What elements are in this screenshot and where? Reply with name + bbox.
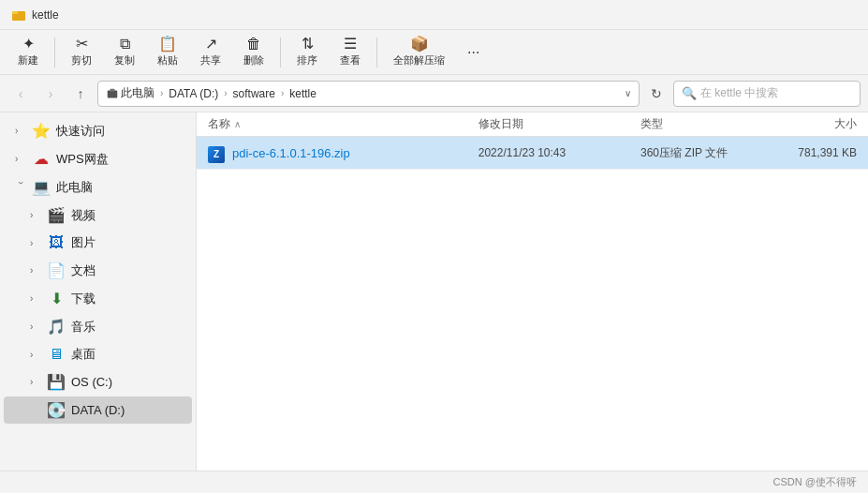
toolbar-sep-3 (376, 37, 377, 67)
sidebar-item-music[interactable]: › 🎵 音乐 (4, 313, 192, 340)
file-date-cell: 2022/11/23 10:43 (478, 146, 640, 159)
new-icon: ✦ (22, 37, 35, 52)
extract-button[interactable]: 📦 全部解压缩 (383, 34, 455, 71)
sidebar-item-desktop[interactable]: › 🖥 桌面 (4, 341, 192, 367)
delete-button[interactable]: 🗑 删除 (233, 34, 274, 71)
desktop-icon: 🖥 (47, 346, 66, 363)
paste-icon: 📋 (158, 37, 177, 52)
address-bar[interactable]: 此电脑 › DATA (D:) › software › kettle ∨ (97, 81, 640, 107)
copy-button[interactable]: ⧉ 复制 (104, 34, 145, 71)
breadcrumb-kettle[interactable]: kettle (289, 87, 316, 100)
header-date[interactable]: 修改日期 (478, 116, 640, 132)
paste-label: 粘贴 (157, 53, 178, 67)
sidebar-item-data-d[interactable]: › 💽 DATA (D:) (4, 396, 192, 424)
sidebar-item-video[interactable]: › 🎬 视频 (4, 202, 192, 229)
breadcrumb-drive[interactable]: DATA (D:) (169, 87, 218, 100)
delete-label: 删除 (243, 53, 264, 67)
sidebar-item-quick-access[interactable]: › ⭐ 快速访问 (4, 117, 192, 144)
title-bar-text: kettle (32, 8, 59, 22)
os-c-icon: 💾 (47, 373, 66, 391)
back-button[interactable]: ‹ (7, 81, 34, 107)
address-bar-chevron: ∨ (625, 88, 631, 98)
breadcrumb-arrow-1: › (160, 88, 163, 98)
sort-label: 排序 (297, 53, 317, 67)
header-name[interactable]: 名称 ∧ (208, 116, 478, 132)
breadcrumb-arrow-2: › (224, 88, 227, 98)
file-size: 781,391 KB (798, 146, 857, 159)
view-button[interactable]: ☰ 查看 (330, 34, 371, 71)
documents-icon: 📄 (47, 261, 66, 279)
sort-button[interactable]: ⇅ 排序 (287, 34, 328, 71)
music-icon: 🎵 (47, 318, 66, 336)
file-date: 2022/11/23 10:43 (478, 146, 566, 159)
paste-button[interactable]: 📋 粘贴 (147, 34, 188, 71)
forward-button[interactable]: › (37, 81, 64, 107)
downloads-arrow: › (30, 293, 41, 304)
breadcrumb-software[interactable]: software (233, 87, 275, 100)
header-type-label: 类型 (640, 117, 663, 130)
desktop-label: 桌面 (71, 346, 181, 363)
os-c-label: OS (C:) (71, 375, 181, 389)
svg-rect-1 (12, 11, 18, 14)
view-icon: ☰ (344, 37, 357, 52)
toolbar-sep-1 (54, 37, 55, 67)
file-type: 360压缩 ZIP 文件 (640, 146, 728, 159)
sidebar-item-wps-cloud[interactable]: › ☁ WPS网盘 (4, 145, 192, 172)
file-zip-icon: Z (208, 142, 225, 163)
video-label: 视频 (71, 207, 181, 224)
table-row[interactable]: Z pdi-ce-6.1.0.1-196.zip 2022/11/23 10:4… (197, 137, 868, 170)
wps-cloud-label: WPS网盘 (56, 151, 181, 168)
title-bar: kettle (0, 0, 868, 30)
breadcrumb-drive-label: DATA (D:) (169, 87, 218, 100)
sidebar: › ⭐ 快速访问 › ☁ WPS网盘 › 💻 此电脑 › 🎬 视频 › 🖼 图片… (0, 112, 197, 471)
sidebar-item-this-pc[interactable]: › 💻 此电脑 (4, 173, 192, 201)
breadcrumb-kettle-label: kettle (289, 87, 316, 100)
os-c-arrow: › (30, 377, 41, 387)
this-pc-label: 此电脑 (56, 179, 181, 196)
sidebar-item-documents[interactable]: › 📄 文档 (4, 257, 192, 284)
header-date-label: 修改日期 (478, 117, 523, 130)
share-label: 共享 (200, 53, 221, 67)
up-button[interactable]: ↑ (67, 81, 94, 107)
quick-access-arrow: › (15, 126, 26, 136)
downloads-label: 下载 (71, 291, 181, 307)
sort-icon: ⇅ (302, 37, 314, 52)
data-d-arrow: › (30, 405, 41, 415)
documents-arrow: › (30, 265, 41, 276)
new-button[interactable]: ✦ 新建 (7, 34, 49, 71)
file-list: 名称 ∧ 修改日期 类型 大小 Z pdi-ce-6.1.0.1-196.zip… (197, 112, 868, 471)
file-list-header: 名称 ∧ 修改日期 类型 大小 (197, 112, 868, 137)
file-type-cell: 360压缩 ZIP 文件 (640, 145, 771, 161)
search-placeholder: 在 kettle 中搜索 (700, 85, 778, 101)
wps-cloud-icon: ☁ (32, 150, 51, 168)
search-bar[interactable]: 🔍 在 kettle 中搜索 (673, 81, 861, 107)
cut-button[interactable]: ✂ 剪切 (61, 34, 102, 71)
video-arrow: › (30, 210, 41, 220)
cut-icon: ✂ (76, 37, 88, 52)
extract-icon: 📦 (410, 37, 429, 52)
images-label: 图片 (71, 234, 181, 251)
breadcrumb-arrow-3: › (281, 88, 284, 98)
title-bar-icon (11, 7, 26, 22)
share-button[interactable]: ↗ 共享 (190, 34, 231, 71)
copy-label: 复制 (114, 53, 135, 67)
breadcrumb-pc[interactable]: 此电脑 (106, 85, 154, 101)
desktop-arrow: › (30, 350, 41, 360)
data-d-icon: 💽 (47, 401, 66, 419)
sidebar-item-images[interactable]: › 🖼 图片 (4, 230, 192, 256)
main-area: › ⭐ 快速访问 › ☁ WPS网盘 › 💻 此电脑 › 🎬 视频 › 🖼 图片… (0, 112, 868, 471)
header-type[interactable]: 类型 (640, 116, 771, 132)
svg-rect-2 (108, 90, 118, 97)
sidebar-item-os-c[interactable]: › 💾 OS (C:) (4, 368, 192, 396)
file-name-cell: Z pdi-ce-6.1.0.1-196.zip (208, 142, 478, 163)
sidebar-item-downloads[interactable]: › ⬇ 下载 (4, 285, 192, 312)
refresh-button[interactable]: ↻ (643, 81, 669, 107)
more-icon: ··· (467, 45, 479, 60)
toolbar-sep-2 (280, 37, 281, 67)
more-button[interactable]: ··· (457, 34, 490, 71)
header-size[interactable]: 大小 (771, 116, 857, 132)
downloads-icon: ⬇ (47, 290, 66, 307)
file-name: pdi-ce-6.1.0.1-196.zip (232, 146, 350, 160)
status-text: CSDN @使不得呀 (773, 475, 857, 489)
this-pc-icon: 💻 (32, 178, 51, 196)
